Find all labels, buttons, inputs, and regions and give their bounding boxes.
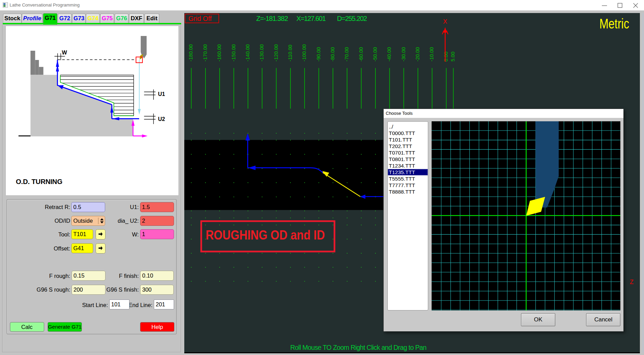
svg-text:-10.00: -10.00 [429, 47, 434, 62]
svg-text:-140.00: -140.00 [245, 44, 250, 61]
svg-text:-80.00: -80.00 [330, 47, 335, 62]
svg-text:-180.00: -180.00 [188, 44, 194, 61]
svg-text:0.00: 0.00 [443, 52, 449, 62]
svg-text:-20.00: -20.00 [415, 47, 420, 62]
svg-text:-150.00: -150.00 [231, 44, 236, 61]
svg-text:X=127.601: X=127.601 [296, 15, 326, 22]
svg-text:O.D. TURNING: O.D. TURNING [16, 178, 62, 185]
svg-text:-70.00: -70.00 [344, 47, 349, 62]
svg-text:-110.00: -110.00 [287, 45, 293, 61]
svg-text:-30.00: -30.00 [401, 47, 406, 62]
svg-text:-160.00: -160.00 [216, 44, 222, 61]
svg-text:-130.00: -130.00 [259, 44, 264, 61]
svg-text:U1: U1 [158, 91, 165, 97]
svg-text:-40.00: -40.00 [386, 47, 392, 62]
svg-text:-60.00: -60.00 [358, 47, 364, 62]
svg-text:D=255.202: D=255.202 [337, 15, 367, 22]
svg-text:U2: U2 [158, 116, 165, 122]
svg-text:Z=-181.382: Z=-181.382 [256, 15, 288, 22]
svg-text:-90.00: -90.00 [316, 47, 321, 62]
svg-text:-50.00: -50.00 [372, 47, 378, 62]
svg-text:X: X [443, 18, 447, 25]
svg-text:Grid Off: Grid Off [188, 15, 212, 22]
svg-text:W: W [62, 50, 67, 56]
svg-text:-100.00: -100.00 [301, 44, 307, 61]
svg-text:Metric: Metric [599, 16, 629, 31]
svg-text:Z: Z [630, 279, 634, 285]
svg-text:Roll Mouse TO Zoom Right Click: Roll Mouse TO Zoom Right Click and Drag … [290, 344, 426, 351]
svg-text:-170.00: -170.00 [202, 44, 208, 61]
svg-text:5.00: 5.00 [450, 52, 456, 62]
svg-text:ROUGHING OD and ID: ROUGHING OD and ID [206, 228, 325, 242]
svg-text:-120.00: -120.00 [273, 44, 279, 61]
